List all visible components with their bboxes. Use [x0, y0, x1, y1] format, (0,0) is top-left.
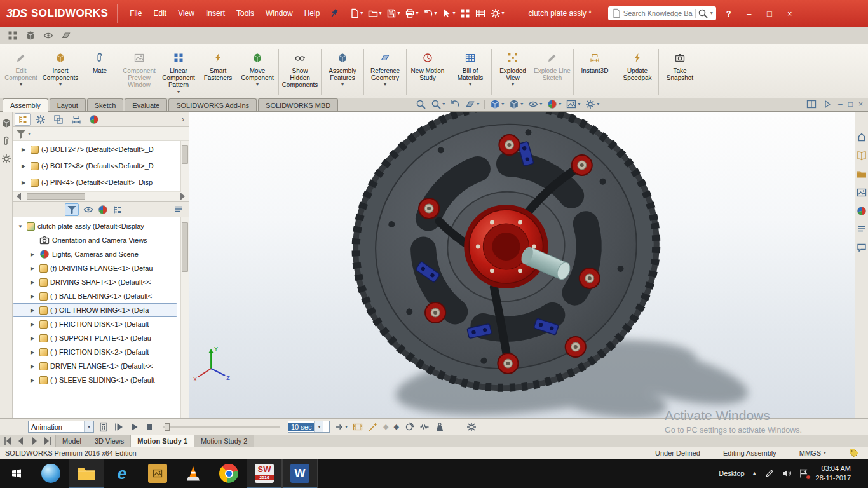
expand-icon[interactable]: ▶: [22, 180, 28, 186]
playback-time-combo[interactable]: 10 sec ▾: [288, 421, 330, 433]
tree-item-component-selected[interactable]: ▶ (-) OIL THROW RING<1> (Defa: [13, 303, 177, 317]
action-center-flag-icon[interactable]: [799, 468, 809, 478]
configurationmanager-tab[interactable]: [50, 113, 66, 126]
clearance-verification-icon[interactable]: [43, 30, 53, 41]
maximize-button[interactable]: □: [759, 0, 780, 27]
filter-caret[interactable]: ▾: [28, 132, 31, 137]
view-settings-button[interactable]: ▾: [585, 99, 599, 109]
prev-tab-icon[interactable]: [16, 436, 26, 446]
help-button[interactable]: ?: [726, 9, 731, 18]
displaymanager-tab[interactable]: [86, 113, 102, 126]
time-caret[interactable]: ▾: [314, 421, 323, 432]
feature-tree-scrollbar[interactable]: [180, 217, 189, 418]
expand-icon[interactable]: ▶: [31, 280, 37, 285]
show-hidden-components-button[interactable]: Show Hidden Components: [280, 46, 320, 91]
expand-icon[interactable]: ▶: [31, 377, 37, 383]
view-orientation-button[interactable]: ▾: [490, 99, 504, 109]
tab-model[interactable]: Model: [56, 435, 88, 447]
apply-scene-button[interactable]: ▾: [566, 99, 580, 109]
edit-appearance-button[interactable]: ▾: [547, 99, 561, 109]
custom-properties-icon[interactable]: [857, 224, 867, 234]
mate-button[interactable]: Mate: [80, 46, 119, 76]
stop-button[interactable]: [144, 421, 155, 433]
slider-track[interactable]: [163, 426, 280, 428]
rebuild-button[interactable]: [459, 7, 471, 20]
options-button[interactable]: ▾: [489, 7, 505, 20]
tab-3d-views[interactable]: 3D Views: [88, 435, 131, 447]
assembly-features-button[interactable]: Assembly Features▾: [323, 46, 362, 90]
collapse-icon[interactable]: ▼: [18, 224, 24, 229]
split-pane-icon[interactable]: [806, 99, 817, 109]
taskbar-solidworks[interactable]: SW 2016: [247, 459, 282, 488]
undo-caret[interactable]: ▾: [434, 11, 437, 16]
taskbar-app-yellow[interactable]: [140, 459, 175, 488]
file-explorer-icon[interactable]: [857, 169, 867, 179]
display-pane-toggle[interactable]: [173, 205, 184, 215]
smart-fasteners-button[interactable]: Smart Fasteners: [198, 46, 238, 83]
section-view-button[interactable]: ▾: [465, 99, 479, 109]
new-document-caret[interactable]: ▾: [360, 11, 363, 16]
view-palette-icon[interactable]: [857, 187, 867, 198]
update-speedpak-button[interactable]: Update Speedpak: [618, 46, 657, 83]
last-tab-icon[interactable]: [43, 436, 53, 446]
linear-component-pattern-button[interactable]: Linear Component Pattern▾: [159, 46, 198, 97]
save-animation-button[interactable]: [352, 421, 363, 433]
scrollbar-thumb[interactable]: [182, 145, 188, 164]
minimize-button[interactable]: –: [739, 0, 759, 27]
motor-button[interactable]: [403, 421, 415, 433]
tag-icon[interactable]: [849, 448, 859, 458]
appearance-pane-button[interactable]: [98, 205, 108, 215]
open-caret[interactable]: ▾: [379, 11, 381, 16]
new-document-button[interactable]: ▾: [348, 7, 364, 20]
units-selector[interactable]: MMGS ▾: [799, 449, 826, 457]
tree-item[interactable]: ▶ (-) BOLT2<7> (Default<<Default>_D: [13, 141, 189, 158]
forum-icon[interactable]: [857, 243, 867, 253]
tree-item-lights[interactable]: ▶ Lights, Cameras and Scene: [13, 247, 189, 261]
search-scope-caret[interactable]: ▾: [710, 11, 713, 16]
expand-pane-icon[interactable]: [822, 99, 832, 109]
menu-edit[interactable]: Edit: [147, 6, 172, 21]
slider-handle[interactable]: [165, 423, 170, 431]
print-caret[interactable]: ▾: [416, 11, 418, 16]
expand-icon[interactable]: ▶: [31, 349, 37, 355]
exploded-view-button[interactable]: Exploded View▾: [493, 46, 532, 90]
undo-button[interactable]: ▾: [422, 7, 438, 20]
flyout-tree-scrollbar[interactable]: [180, 141, 189, 192]
propertymanager-tab[interactable]: [32, 113, 48, 126]
play-button[interactable]: [128, 421, 140, 433]
tree-item-orientation[interactable]: Orientation and Camera Views: [13, 233, 189, 247]
flyout-horizontal-scrollbar[interactable]: [13, 192, 189, 201]
previous-view-button[interactable]: [450, 99, 460, 109]
taskbar-vlc[interactable]: [175, 459, 211, 488]
scrollbar-thumb[interactable]: [182, 222, 188, 272]
menu-window[interactable]: Window: [260, 6, 299, 21]
tree-item[interactable]: ▶ (-) PIN<4> (Default<<Default>_Disp: [13, 174, 189, 191]
design-library-icon[interactable]: [857, 151, 867, 161]
search-icon[interactable]: [698, 8, 708, 18]
doc-minimize-icon[interactable]: –: [838, 100, 843, 109]
panel-flyout-chevron[interactable]: ›: [179, 115, 187, 124]
knowledge-base-search[interactable]: ▾: [608, 6, 716, 20]
instant3d-button[interactable]: Instant3D: [575, 46, 614, 76]
tab-solidworks-addins[interactable]: SOLIDWORKS Add-Ins: [168, 98, 257, 111]
tree-item-component[interactable]: ▶ (f) DRIVING FLANGE<1> (Defau: [13, 261, 189, 275]
tab-evaluate[interactable]: Evaluate: [125, 98, 167, 111]
tree-item[interactable]: ▶ (-) BOLT2<8> (Default<<Default>_D: [13, 158, 189, 174]
close-button[interactable]: ×: [780, 0, 800, 27]
expand-icon[interactable]: ▶: [22, 163, 28, 169]
menu-insert[interactable]: Insert: [200, 6, 231, 21]
assembly-visualization-icon[interactable]: [8, 30, 18, 41]
pin-menu-icon[interactable]: [327, 6, 341, 20]
study-type-caret[interactable]: ▾: [84, 421, 93, 432]
home-icon[interactable]: [857, 132, 867, 142]
scrollbar-thumb[interactable]: [27, 193, 85, 200]
tree-options-button[interactable]: [112, 205, 123, 215]
taskbar-chrome[interactable]: [211, 459, 247, 488]
tree-item-component[interactable]: ▶ (-) SUPPORT PLATE<1> (Defau: [13, 331, 189, 345]
taskbar-file-explorer[interactable]: [69, 459, 104, 488]
filter-active-button[interactable]: [65, 203, 79, 216]
menu-tools[interactable]: Tools: [231, 6, 260, 21]
expand-icon[interactable]: ▶: [22, 147, 28, 152]
save-caret[interactable]: ▾: [397, 11, 400, 16]
tree-item-component[interactable]: ▶ (-) SLEEVE SLIDING<1> (Default: [13, 373, 189, 387]
